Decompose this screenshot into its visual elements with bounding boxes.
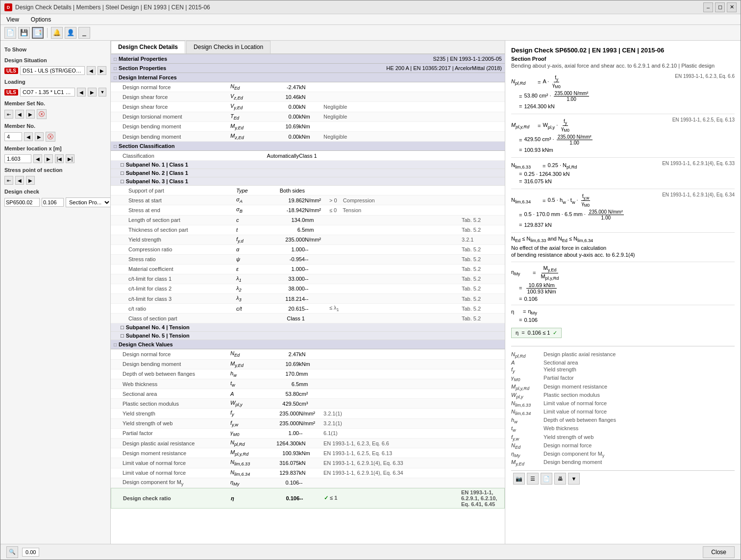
force-val-ned: -2.47 bbox=[260, 84, 299, 90]
sp3-ct-ratio-ref: Tab. 5.2 bbox=[462, 306, 501, 312]
main-content: To Show Design Situation ULS DS1 - ULS (… bbox=[0, 41, 741, 544]
force-val-vyed: 0.00 bbox=[260, 104, 299, 110]
sp3-ct-ratio: c/t ratio c/t 20.615 -- ≤ λ1 Tab. 5.2 bbox=[111, 304, 505, 314]
member-set-reset[interactable]: ⓧ bbox=[37, 109, 47, 119]
minimize-button[interactable]: – bbox=[703, 2, 713, 12]
rp-tool-btn-dropdown[interactable]: ▼ bbox=[568, 473, 580, 485]
loading-next[interactable]: ▶ bbox=[88, 88, 97, 97]
subpanel4-header[interactable]: □ Subpanel No. 4 | Tension bbox=[111, 323, 505, 332]
tab-design-check-details[interactable]: Design Check Details bbox=[111, 41, 185, 53]
member-set-prev[interactable]: ◀ bbox=[15, 110, 24, 119]
subpanel3-header[interactable]: □ Subpanel No. 3 | Class 1 bbox=[111, 177, 505, 186]
menu-view[interactable]: View bbox=[4, 15, 21, 24]
sp3-stress-ratio-label: Stress ratio bbox=[128, 256, 236, 262]
member-loc-start[interactable]: |◀ bbox=[55, 154, 64, 163]
cv-tw-val: 6.5 bbox=[260, 381, 299, 387]
legend-nlim634: Nlim,6.34 Limit value of normal force bbox=[511, 409, 735, 416]
subpanel5-header[interactable]: □ Subpanel No. 5 | Tension bbox=[111, 332, 505, 340]
mpl-val1: = 429.50 cm³ · 235.000 N/mm²1.00 bbox=[519, 134, 656, 146]
subpanel2-header[interactable]: □ Subpanel No. 2 | Class 1 bbox=[111, 169, 505, 177]
design-check-id[interactable] bbox=[4, 198, 40, 207]
restore-button[interactable]: ◻ bbox=[715, 2, 725, 12]
stress-point-nav[interactable]: ◀ bbox=[15, 176, 24, 185]
force-val-myed: 10.69 bbox=[260, 123, 299, 129]
stress-point-prev[interactable]: ⇤ bbox=[4, 176, 13, 185]
stress-point-next[interactable]: ▶ bbox=[26, 176, 35, 185]
toolbar-btn-2[interactable]: 💾 bbox=[18, 27, 30, 39]
toolbar-btn-3[interactable]: 📑 bbox=[32, 27, 44, 39]
sp3-compression-unit: -- bbox=[305, 246, 329, 252]
member-loc-end[interactable]: ▶| bbox=[66, 154, 74, 163]
rp-tool-btn-4[interactable]: 🖶 bbox=[554, 473, 566, 485]
nlim634-eq: = bbox=[543, 198, 545, 204]
member-location-input[interactable] bbox=[4, 154, 31, 163]
internal-forces-header[interactable]: □ Design Internal Forces bbox=[111, 73, 505, 82]
member-no-input[interactable] bbox=[4, 132, 22, 141]
nlim633-result: 316.075 kN bbox=[524, 178, 551, 184]
member-set-next[interactable]: ▶ bbox=[26, 110, 35, 119]
toolbar-btn-5[interactable]: 👤 bbox=[65, 27, 76, 39]
loading-label: Loading bbox=[4, 79, 106, 85]
etamy-eq2: = bbox=[519, 285, 522, 291]
design-check-label: Design check bbox=[4, 189, 106, 195]
loading-value[interactable]: CO7 - 1.35 * LC1 + 1.50 * LC3... bbox=[20, 88, 75, 97]
rp-tool-btn-3[interactable]: 📄 bbox=[541, 473, 552, 485]
toolbar-btn-6[interactable]: ⎯ bbox=[78, 27, 90, 39]
cv-nplrd-note: EN 1993-1-1, 6.2.3, Eq. 6.6 bbox=[323, 440, 501, 446]
cv-tw-label: Web thickness bbox=[123, 381, 230, 387]
close-window-button[interactable]: ✕ bbox=[727, 2, 737, 12]
etamy-eq: = bbox=[533, 270, 536, 276]
app-icon: D bbox=[4, 3, 12, 11]
member-no-reset[interactable]: ⓧ bbox=[46, 132, 55, 142]
rp-tool-btn-1[interactable]: 📷 bbox=[513, 473, 525, 485]
toolbar-btn-1[interactable]: 📄 bbox=[4, 27, 16, 39]
legend-tw-sym: tw bbox=[511, 425, 541, 433]
material-section-header[interactable]: □ Material Properties S235 | EN 1993-1-1… bbox=[111, 54, 505, 64]
tab-design-checks-location[interactable]: Design Checks in Location bbox=[186, 41, 271, 53]
check-values-expand: □ bbox=[114, 342, 117, 347]
npl-eq: = bbox=[538, 79, 541, 85]
cv-fy-val: 235.000 bbox=[260, 411, 299, 416]
loading-prev[interactable]: ◀ bbox=[77, 88, 86, 97]
check-values-content: Design normal force NEd 2.47 kN Design b… bbox=[111, 349, 505, 508]
design-situation-next[interactable]: ▶ bbox=[98, 66, 106, 75]
design-situation-prev[interactable]: ◀ bbox=[87, 66, 96, 75]
force-label-vyed: Design shear force bbox=[123, 104, 230, 110]
design-check-num[interactable] bbox=[42, 198, 64, 207]
section-expand-icon: □ bbox=[114, 66, 117, 71]
sp3-yield-sym: fy,d bbox=[236, 236, 266, 243]
check-values-header[interactable]: □ Design Check Values bbox=[111, 340, 505, 349]
menu-options[interactable]: Options bbox=[29, 15, 53, 24]
sp3-length-sym: c bbox=[236, 217, 266, 223]
member-loc-next[interactable]: ▶ bbox=[44, 154, 53, 163]
force-label-ned: Design normal force bbox=[123, 84, 230, 90]
close-button[interactable]: Close bbox=[703, 546, 735, 558]
legend-wply-desc: Plastic section modulus bbox=[543, 392, 600, 399]
cv-a-val: 53.80 bbox=[260, 391, 299, 397]
member-loc-prev[interactable]: ◀ bbox=[33, 154, 42, 163]
design-check-type-select[interactable]: Section Pro... bbox=[66, 197, 111, 207]
sp3-thickness-sym: t bbox=[236, 227, 266, 233]
nlim634-val1: = 0.5 · 170.0 mm · 6.5 mm · 235.000 N/mm… bbox=[519, 209, 656, 220]
left-panel: To Show Design Situation ULS DS1 - ULS (… bbox=[0, 41, 111, 544]
bottom-search-icon[interactable]: 🔍 bbox=[6, 546, 18, 558]
rp-tool-btn-2[interactable]: ☰ bbox=[527, 473, 539, 485]
classification-header[interactable]: □ Section Classification bbox=[111, 142, 505, 151]
member-no-prev[interactable]: ◀ bbox=[24, 132, 33, 141]
member-set-first[interactable]: ⇤ bbox=[4, 110, 13, 119]
loading-dropdown[interactable]: ▼ bbox=[99, 88, 106, 97]
toolbar-btn-4[interactable]: 🔔 bbox=[51, 27, 63, 39]
section-props-header[interactable]: □ Section Properties HE 200 A | EN 10365… bbox=[111, 64, 505, 73]
cv-ned-label: Design normal force bbox=[123, 351, 230, 357]
cv-tw-unit: mm bbox=[299, 381, 323, 387]
title-controls: – ◻ ✕ bbox=[703, 2, 737, 12]
mpl-formula-expr: Wpl,y · fyγM0 bbox=[543, 119, 571, 133]
subpanel1-header[interactable]: □ Subpanel No. 1 | Class 1 bbox=[111, 161, 505, 169]
force-note-mzed: Negligible bbox=[323, 134, 501, 140]
design-situation-value[interactable]: DS1 - ULS (STR/GEO) - Permane... bbox=[20, 66, 85, 75]
legend-myed: My,Ed Design bending moment bbox=[511, 459, 735, 466]
member-no-row: ◀ ▶ ⓧ bbox=[4, 132, 106, 142]
sp3-compression-label: Compression ratio bbox=[128, 246, 236, 252]
legend-nlim634-desc: Limit value of normal force bbox=[543, 409, 607, 416]
member-no-next[interactable]: ▶ bbox=[35, 132, 44, 141]
